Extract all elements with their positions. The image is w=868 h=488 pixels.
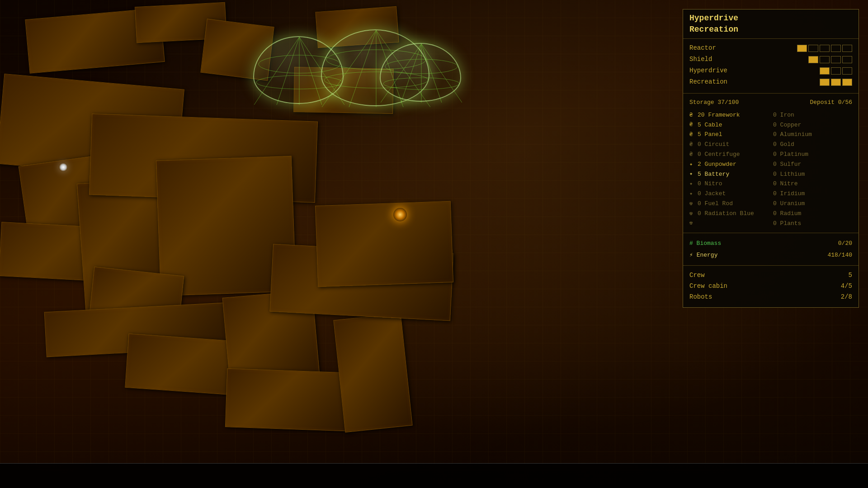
resource-name: 2 Gunpowder bbox=[698, 160, 736, 169]
resource-name: 0 Radiation Blue bbox=[698, 209, 754, 219]
system-name: Shield bbox=[689, 55, 744, 64]
resource-icon: ₴ bbox=[689, 141, 696, 149]
resource-icon: ☢ bbox=[689, 219, 696, 228]
crew-value: 2/8 bbox=[841, 292, 852, 303]
crew-label: Robots bbox=[689, 292, 712, 303]
resource-name: 0 Uranium bbox=[773, 199, 805, 209]
resource-name: 0 Plants bbox=[773, 219, 801, 229]
status-bar bbox=[0, 463, 868, 488]
resource-name: 5 Cable bbox=[698, 121, 722, 130]
resource-left: ☢0 Fuel Rod bbox=[689, 199, 769, 209]
glow-point bbox=[393, 208, 407, 221]
svg-line-1 bbox=[277, 37, 299, 105]
energy-label: ⚡ Energy bbox=[689, 251, 717, 260]
resource-name: 0 Iron bbox=[773, 111, 794, 120]
crew-row: Crew cabin4/5 bbox=[689, 281, 852, 292]
bar-cell bbox=[842, 45, 852, 52]
bar-container bbox=[820, 67, 852, 75]
resource-right: 0 Radium bbox=[773, 209, 852, 219]
biomass-value: 0/20 bbox=[838, 239, 852, 248]
resource-left: ₴0 Circuit bbox=[689, 140, 769, 150]
resource-name: 0 Iridium bbox=[773, 189, 805, 199]
system-row-hyperdrive: Hyperdrive bbox=[689, 66, 852, 75]
resource-left: ☢0 Radiation Blue bbox=[689, 209, 769, 219]
storage-section: Storage 37/100 Deposit 0/56 ₴20 Framewor… bbox=[683, 94, 859, 233]
resource-name: 5 Panel bbox=[698, 130, 722, 140]
svg-line-14 bbox=[381, 44, 421, 103]
resource-name: 0 Platinum bbox=[773, 150, 808, 160]
right-panel: Hyperdrive Recreation ReactorShieldHyper… bbox=[683, 9, 859, 308]
title-section: Hyperdrive Recreation bbox=[683, 9, 859, 39]
resource-left: ₴5 Panel bbox=[689, 130, 769, 140]
svg-line-8 bbox=[349, 30, 376, 107]
crew-label: Crew bbox=[689, 270, 705, 281]
resource-icon: ✦ bbox=[689, 180, 696, 188]
resource-left: ✦0 Nitro bbox=[689, 179, 769, 189]
resource-left: ₴0 Centrifuge bbox=[689, 150, 769, 160]
bar-container bbox=[820, 79, 852, 86]
resource-name: 0 Fuel Rod bbox=[698, 199, 733, 209]
resource-left: ☢ bbox=[689, 219, 769, 229]
resource-right: 0 Sulfur bbox=[773, 160, 852, 169]
resource-icon: ₴ bbox=[689, 121, 696, 129]
bar-cell bbox=[820, 56, 830, 63]
struct-block bbox=[315, 201, 453, 287]
resource-name: 5 Battery bbox=[698, 170, 729, 179]
bar-cell bbox=[831, 45, 841, 52]
resource-name: 0 Jacket bbox=[698, 189, 726, 199]
resource-name: 0 Copper bbox=[773, 121, 801, 130]
resource-right: 0 Iridium bbox=[773, 189, 852, 199]
bar-container bbox=[797, 45, 852, 52]
resource-name: 0 Lithium bbox=[773, 170, 805, 179]
resource-left: ₴20 Framework bbox=[689, 111, 769, 120]
resource-name: 0 Centrifuge bbox=[698, 150, 740, 160]
resource-icon: ☢ bbox=[689, 200, 696, 208]
title-line1: Hyperdrive bbox=[689, 13, 852, 23]
bar-cell bbox=[831, 56, 841, 63]
resource-icon: ✦ bbox=[689, 170, 696, 178]
bar-cell bbox=[842, 56, 852, 63]
resource-right: 0 Copper bbox=[773, 121, 852, 130]
resource-name: 0 Gold bbox=[773, 140, 794, 150]
resource-icon: ₴ bbox=[689, 150, 696, 159]
storage-label: Storage 37/100 bbox=[689, 98, 739, 107]
system-row-reactor: Reactor bbox=[689, 43, 852, 53]
resource-right: 0 Plants bbox=[773, 219, 852, 229]
system-row-recreation: Recreation bbox=[689, 77, 852, 87]
system-row-shield: Shield bbox=[689, 55, 852, 64]
resource-name: 0 Sulfur bbox=[773, 160, 801, 169]
resource-left: ✦5 Battery bbox=[689, 170, 769, 179]
energy-value: 418/140 bbox=[827, 251, 852, 260]
systems-section: ReactorShieldHyperdriveRecreation bbox=[683, 39, 859, 94]
crew-row: Crew5 bbox=[689, 270, 852, 281]
struct-block bbox=[333, 313, 412, 432]
bar-cell bbox=[808, 45, 818, 52]
crew-value: 5 bbox=[849, 270, 852, 281]
bar-cell bbox=[842, 67, 852, 75]
resource-left: ✦0 Jacket bbox=[689, 189, 769, 199]
resource-name: 0 Nitro bbox=[698, 179, 722, 189]
deposit-label: Deposit 0/56 bbox=[810, 98, 852, 107]
struct-block bbox=[225, 368, 354, 432]
system-name: Reactor bbox=[689, 43, 744, 53]
dome-3 bbox=[380, 43, 461, 102]
resource-name: 0 Nitre bbox=[773, 179, 798, 189]
glow-point bbox=[59, 163, 68, 172]
resource-right: 0 Uranium bbox=[773, 199, 852, 209]
svg-line-18 bbox=[421, 44, 462, 103]
resource-icon: ✦ bbox=[689, 190, 696, 198]
system-name: Recreation bbox=[689, 77, 744, 87]
resource-name: 0 Circuit bbox=[698, 140, 729, 150]
system-name: Hyperdrive bbox=[689, 66, 744, 75]
resource-icon: ☢ bbox=[689, 210, 696, 218]
resources-section: # Biomass 0/20 ⚡ Energy 418/140 bbox=[683, 233, 859, 266]
bar-cell bbox=[820, 45, 830, 52]
bar-cell bbox=[820, 67, 830, 75]
bar-container bbox=[808, 56, 852, 63]
resource-left: ₴5 Cable bbox=[689, 121, 769, 130]
crew-section: Crew5Crew cabin4/5Robots2/8 bbox=[683, 266, 859, 307]
bar-cell bbox=[842, 79, 852, 86]
svg-line-0 bbox=[254, 37, 299, 105]
bar-cell bbox=[820, 79, 830, 86]
bar-cell bbox=[831, 79, 841, 86]
